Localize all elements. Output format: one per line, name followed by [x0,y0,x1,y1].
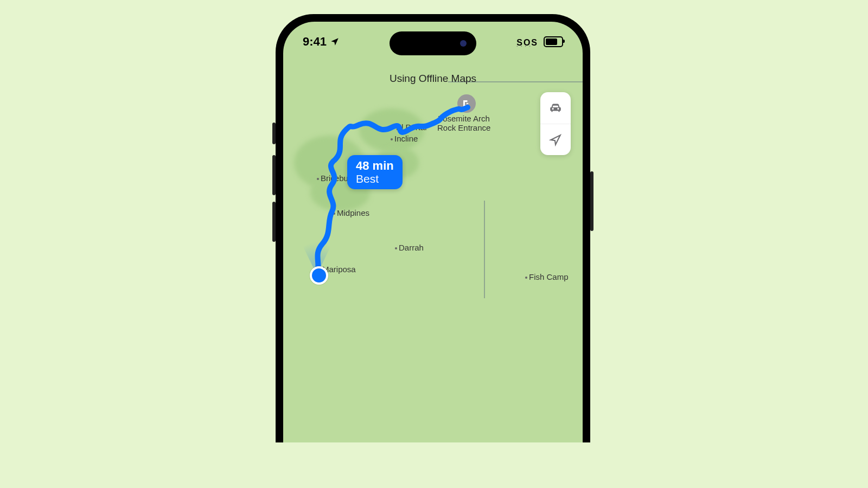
route-line [283,22,583,442]
current-location-dot [310,266,328,285]
status-time: 9:41 [303,35,327,49]
sos-indicator: SOS • • • • [516,35,540,49]
route-time-callout[interactable]: 48 min Best [347,155,403,189]
battery-icon [544,36,563,47]
dynamic-island [390,31,476,55]
map-canvas[interactable]: 48 min Best Yosemite Arch Rock Entrance … [283,22,583,442]
location-arrow-icon [330,37,340,47]
route-badge: Best [356,172,394,185]
car-icon [548,101,563,115]
map-controls [540,92,571,155]
drive-mode-map-button[interactable] [540,92,571,124]
offline-maps-banner: Using Offline Maps [283,73,583,85]
navigation-arrow-icon [548,133,563,147]
screen: 9:41 SOS • • • • Using Offline Maps [283,22,583,442]
phone-frame: 9:41 SOS • • • • Using Offline Maps [276,14,590,442]
route-duration: 48 min [356,159,394,172]
recenter-button[interactable] [540,124,571,155]
